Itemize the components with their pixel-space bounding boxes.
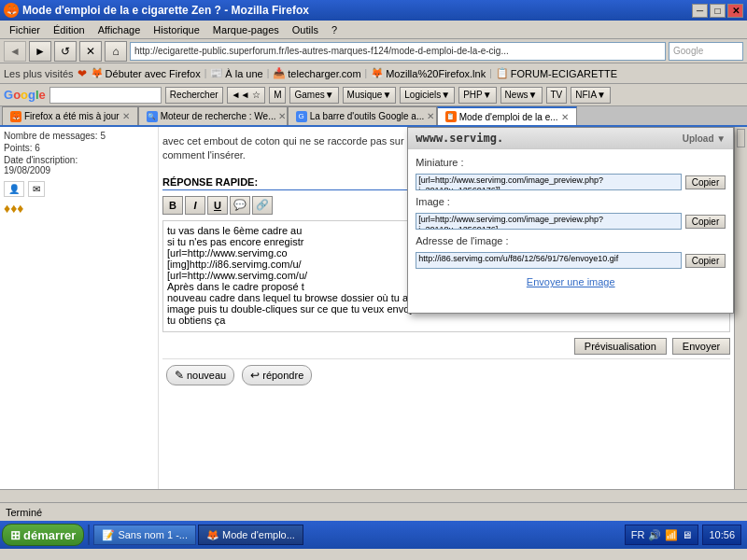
menu-fichier[interactable]: Fichier [4,22,46,37]
h-scrollbar[interactable] [0,489,747,502]
google-btn-m[interactable]: M [269,87,286,104]
bookmark-forum[interactable]: 📋 FORUM-ECIGARETTE [496,67,617,79]
google-search-input[interactable] [49,87,162,104]
miniature-copy-button[interactable]: Copier [685,175,726,189]
user-messages: Nombre de messages: 5 [4,131,154,141]
preview-button[interactable]: Prévisualisation [574,338,667,355]
tab-bar: 🦊 Firefox a été mis à jour ✕ 🔍 Moteur de… [0,106,747,127]
forum-icon: 📋 [496,67,509,79]
stop-button[interactable]: ✕ [79,41,102,62]
new-topic-button[interactable]: ✎ nouveau [166,365,234,385]
google-btn-news[interactable]: News▼ [500,87,543,104]
tab-0[interactable]: 🦊 Firefox a été mis à jour ✕ [2,106,138,125]
tab-0-close[interactable]: ✕ [122,111,130,121]
address-text: http://ecigarette-public.superforum.fr/l… [134,46,509,56]
dialog-upload[interactable]: Upload ▼ [683,133,726,144]
start-button[interactable]: ⊞ démarrer [2,524,84,546]
menu-affichage[interactable]: Affichage [92,22,147,37]
tab-3[interactable]: 📋 Mode d'emploi de la e... ✕ [437,106,577,125]
google-logo: Google [4,88,46,102]
status-text: Terminé [6,507,42,518]
menu-bar: Fichier Édition Affichage Historique Mar… [0,21,747,39]
address-input-row: http://i86.servimg.com/u/f86/12/56/91/76… [416,252,726,269]
taskbar-notepad[interactable]: 📝 Sans nom 1 -... [93,525,196,545]
reply-button[interactable]: ↩ répondre [242,365,312,385]
image-copy-button[interactable]: Copier [685,215,726,229]
miniature-input[interactable]: [url=http://www.servimg.com/image_previe… [416,174,682,190]
dialog-title-bar: wwww.servimg. Upload ▼ [408,128,733,149]
bookmark-mozilla[interactable]: 🦊 Mozilla%20Firefox.lnk [371,67,486,79]
bold-button[interactable]: B [162,196,183,215]
new-label: nouveau [187,370,226,381]
miniature-row: Miniature : [416,157,726,168]
image-label-row: Image : [416,196,726,207]
adresse-copy-button[interactable]: Copier [685,254,726,268]
messages-label: Nombre de messages: [4,131,100,141]
bookmark-telecharger[interactable]: 📥 telecharger.com [273,67,360,79]
send-button[interactable]: Envoyer [672,338,730,355]
image-value: [url=http://www.servimg.com/image_previe… [418,215,603,230]
window-title: Mode d'emploi de la e cigarette Zen ? - … [22,4,309,17]
systray: FR 🔊 📶 🖥 [625,525,699,545]
image-input[interactable]: [url=http://www.servimg.com/image_previe… [416,213,682,230]
maximize-button[interactable]: □ [710,4,726,18]
miniature-label: Miniature : [416,157,490,168]
user-panel: Nombre de messages: 5 Points: 6 Date d'i… [0,127,159,489]
close-button[interactable]: ✕ [727,4,743,18]
search-box[interactable]: Google [669,42,743,61]
tab-2[interactable]: G La barre d'outils Google a... ✕ [288,106,437,125]
address-bar[interactable]: http://ecigarette-public.superforum.fr/l… [130,42,666,61]
bookmark-firefox[interactable]: 🦊 Débuter avec Firefox [91,67,201,79]
back-button[interactable]: ◄ [4,41,26,62]
user-points: Points: 6 [4,143,154,153]
une-icon: 📰 [210,67,223,79]
bookmarks-bar: Les plus visités ❤ 🦊 Débuter avec Firefo… [0,63,747,84]
points-label: Points: [4,143,35,153]
reload-button[interactable]: ↺ [54,41,77,62]
user-profile-button[interactable]: 👤 [4,181,24,197]
reply-label-btn: répondre [262,370,303,381]
google-btn-musique[interactable]: Musique▼ [343,87,397,104]
date-label: Date d'inscription: [4,155,78,165]
send-image-button[interactable]: Envoyer une image [416,274,726,289]
menu-outils[interactable]: Outils [287,22,324,37]
google-search-button[interactable]: Rechercher [165,87,223,104]
menu-marquepages[interactable]: Marque-pages [207,22,285,37]
bookmark-une[interactable]: 📰 À la une [210,67,262,79]
google-btn-php[interactable]: PHP▼ [458,87,496,104]
new-icon: ✎ [175,369,184,382]
notepad-icon: 📝 [102,529,115,541]
minimize-button[interactable]: ─ [692,4,708,18]
search-text: Google [673,46,703,56]
google-btn-games[interactable]: Games▼ [289,87,338,104]
scrollbar[interactable] [734,127,747,489]
taskbar-divider [88,525,90,545]
adresse-value: http://i86.servimg.com/u/f86/12/56/91/76… [418,254,618,263]
underline-button[interactable]: U [207,196,228,215]
points-value: 6 [35,143,40,153]
google-btn-nfia[interactable]: NFIA▼ [571,87,611,104]
tab-2-close[interactable]: ✕ [427,111,434,121]
tab-1-close[interactable]: ✕ [278,111,286,121]
forward-button[interactable]: ► [29,41,51,62]
home-button[interactable]: ⌂ [105,41,127,62]
address-label-row: Adresse de l'image : [416,235,726,246]
browser-content: Nombre de messages: 5 Points: 6 Date d'i… [0,127,747,489]
quote-button[interactable]: 💬 [230,196,250,215]
italic-button[interactable]: I [185,196,205,215]
user-pm-button[interactable]: ✉ [28,181,45,197]
menu-historique[interactable]: Historique [148,22,205,37]
tab-1[interactable]: 🔍 Moteur de recherche : We... ✕ [138,106,288,125]
google-btn-tv[interactable]: TV [546,87,568,104]
tab-3-close[interactable]: ✕ [561,112,569,122]
menu-help[interactable]: ? [326,22,343,37]
google-btn1[interactable]: ◄◄ ☆ [227,87,266,104]
menu-edition[interactable]: Édition [48,22,91,37]
network-icon: 📶 [665,529,678,541]
link-button[interactable]: 🔗 [252,196,273,215]
taskbar-firefox[interactable]: 🦊 Mode d'emplo... [198,525,303,545]
bottom-buttons: ✎ nouveau ↩ répondre [162,358,730,391]
bookmarks-label: Les plus visités [4,68,74,79]
adresse-input[interactable]: http://i86.servimg.com/u/f86/12/56/91/76… [416,252,682,269]
google-btn-logiciels[interactable]: Logiciels▼ [400,87,455,104]
